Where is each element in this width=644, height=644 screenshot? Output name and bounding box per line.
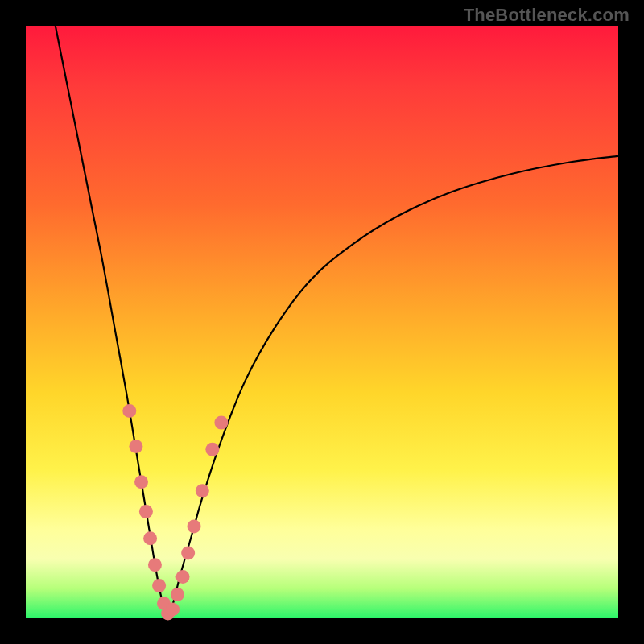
highlight-dot [181, 547, 195, 560]
highlight-dot [152, 579, 166, 592]
watermark-text: TheBottleneck.com [464, 5, 630, 26]
curve-left-branch [56, 26, 168, 618]
curve-layer [26, 26, 618, 618]
highlight-dot [139, 505, 153, 518]
highlight-dot [188, 519, 201, 533]
highlight-dots-group [122, 404, 228, 621]
highlight-dot [214, 416, 228, 430]
highlight-dot [176, 570, 190, 584]
highlight-dot [205, 443, 219, 456]
highlight-dot [148, 558, 162, 572]
curve-right-branch [168, 156, 618, 618]
highlight-dot [143, 531, 157, 545]
highlight-dot [122, 404, 136, 418]
highlight-dot [134, 475, 148, 489]
chart-frame: TheBottleneck.com [0, 0, 644, 644]
highlight-dot [171, 588, 184, 601]
highlight-dot [166, 602, 180, 616]
highlight-dot [196, 484, 209, 497]
highlight-dot [129, 440, 142, 453]
plot-area [26, 26, 618, 618]
